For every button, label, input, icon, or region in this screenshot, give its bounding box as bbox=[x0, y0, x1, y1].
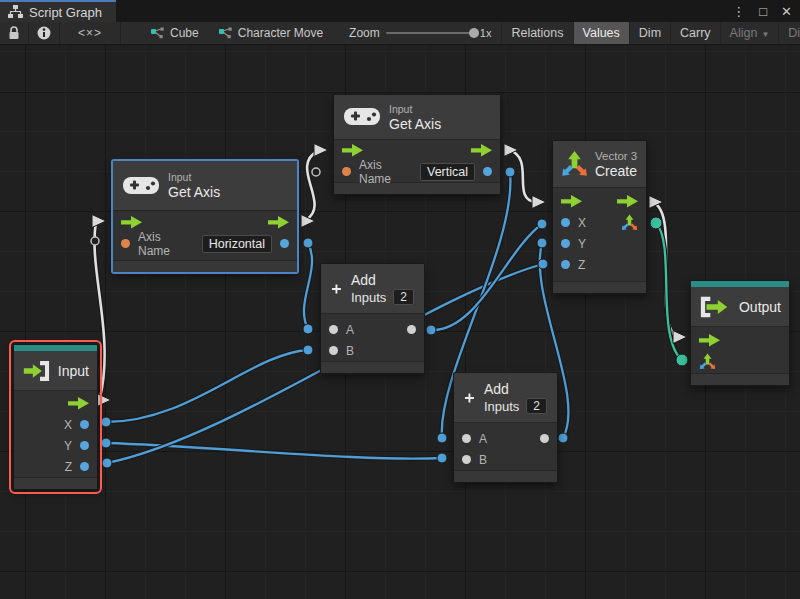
node-add-bottom[interactable]: Add Inputs 2 A B bbox=[453, 372, 558, 483]
gamepad-icon bbox=[344, 107, 380, 127]
node-output-event[interactable]: Output bbox=[690, 280, 790, 386]
values-toggle[interactable]: Values bbox=[573, 22, 629, 44]
z-input-port[interactable] bbox=[561, 260, 570, 269]
data-connection-dot[interactable] bbox=[538, 259, 548, 269]
tab-script-graph[interactable]: Script Graph bbox=[0, 0, 116, 22]
data-connection-dot[interactable] bbox=[303, 345, 313, 355]
control-connection-arrow[interactable] bbox=[92, 215, 106, 228]
axis-name-input-port[interactable] bbox=[121, 239, 130, 248]
data-connection-dot[interactable] bbox=[303, 238, 313, 248]
vector3-output-port[interactable] bbox=[621, 214, 638, 232]
button-label: Carry bbox=[680, 26, 711, 40]
node-title: Output bbox=[739, 299, 781, 315]
data-connection-dot[interactable] bbox=[537, 219, 547, 229]
align-dropdown[interactable]: Align ▼ bbox=[720, 22, 779, 44]
input-b-port[interactable] bbox=[329, 346, 338, 355]
distribute-dropdown[interactable]: Distribute ▼ bbox=[778, 22, 800, 44]
axis-name-field[interactable]: Vertical bbox=[420, 163, 475, 181]
inputs-count-field[interactable]: 2 bbox=[526, 398, 547, 414]
x-input-port[interactable] bbox=[561, 218, 570, 227]
input-a-port[interactable] bbox=[329, 325, 338, 334]
control-connection-arrow[interactable] bbox=[532, 196, 546, 209]
info-icon bbox=[37, 26, 51, 40]
node-category: Vector 3 bbox=[595, 150, 637, 162]
code-view-label: <×> bbox=[78, 26, 102, 40]
input-b-port[interactable] bbox=[462, 455, 471, 464]
data-connection-dot[interactable] bbox=[537, 238, 547, 248]
value-output-port[interactable] bbox=[483, 167, 492, 176]
data-input-x-to-add-b[interactable] bbox=[106, 350, 308, 422]
node-add-top[interactable]: Add Inputs 2 A B bbox=[320, 263, 425, 374]
carry-toggle[interactable]: Carry bbox=[670, 22, 720, 44]
data-connection-dot[interactable] bbox=[426, 325, 436, 335]
dim-toggle[interactable]: Dim bbox=[629, 22, 670, 44]
control-connection-arrow[interactable] bbox=[97, 394, 111, 407]
vector-connection-dot[interactable] bbox=[676, 354, 688, 366]
window-menu-icon[interactable]: ⋮ bbox=[732, 4, 745, 19]
control-input-port[interactable] bbox=[121, 216, 142, 229]
unity-visual-scripting-window: Script Graph ⋮ □ ✕ <×> bbox=[0, 0, 800, 599]
output-event-icon bbox=[699, 295, 731, 319]
unconnected-port-indicator[interactable] bbox=[312, 168, 320, 176]
data-connection-dot[interactable] bbox=[505, 167, 515, 177]
axis-name-field[interactable]: Horizontal bbox=[202, 235, 272, 253]
data-connection-dot[interactable] bbox=[437, 453, 447, 463]
node-vector3-create[interactable]: Vector 3 Create X Y Z bbox=[552, 140, 647, 294]
node-get-axis-horizontal[interactable]: Input Get Axis Axis Name Horizontal bbox=[112, 160, 298, 273]
node-title: Get Axis bbox=[168, 184, 220, 200]
node-title: Create bbox=[595, 163, 637, 179]
data-connection-dot[interactable] bbox=[437, 433, 447, 443]
sum-output-port[interactable] bbox=[407, 325, 416, 334]
x-output-port[interactable] bbox=[80, 420, 89, 429]
control-input-port[interactable] bbox=[342, 144, 363, 157]
button-label: Relations bbox=[511, 26, 563, 40]
breadcrumb-cube[interactable]: Cube bbox=[141, 22, 209, 44]
info-button[interactable] bbox=[29, 22, 60, 44]
vector-connection-dot[interactable] bbox=[650, 217, 662, 229]
vector3-input-port[interactable] bbox=[699, 353, 716, 371]
graph-toolbar: <×> Cube Character Move Zoom bbox=[0, 22, 800, 45]
node-input-event[interactable]: Input X Y Z bbox=[13, 344, 98, 490]
breadcrumb-character-move[interactable]: Character Move bbox=[209, 22, 333, 44]
code-view-toggle[interactable]: <×> bbox=[60, 22, 121, 44]
port-label: X bbox=[64, 418, 72, 432]
value-output-port[interactable] bbox=[280, 239, 289, 248]
zoom-slider-handle[interactable] bbox=[469, 28, 479, 38]
node-get-axis-vertical[interactable]: Input Get Axis Axis Name Vertical bbox=[333, 94, 501, 195]
vector3-icon bbox=[561, 150, 588, 179]
y-input-port[interactable] bbox=[561, 239, 570, 248]
control-output-port[interactable] bbox=[617, 195, 638, 208]
node-title: Add bbox=[351, 272, 414, 288]
node-footer bbox=[321, 361, 424, 373]
lock-button[interactable] bbox=[0, 22, 29, 44]
control-output-port[interactable] bbox=[68, 397, 89, 410]
control-input-port[interactable] bbox=[561, 195, 582, 208]
inputs-count-field[interactable]: 2 bbox=[393, 289, 414, 305]
data-connection-dot[interactable] bbox=[558, 433, 568, 443]
data-connection-dot[interactable] bbox=[101, 438, 111, 448]
z-output-port[interactable] bbox=[80, 462, 89, 471]
unconnected-port-indicator[interactable] bbox=[91, 237, 99, 245]
control-connection-arrow[interactable] bbox=[673, 331, 687, 344]
window-maximize-icon[interactable]: □ bbox=[759, 4, 767, 19]
relations-toggle[interactable]: Relations bbox=[501, 22, 572, 44]
data-input-x-to-add-b-outline bbox=[106, 350, 308, 422]
window-close-icon[interactable]: ✕ bbox=[781, 4, 792, 19]
input-a-port[interactable] bbox=[462, 434, 471, 443]
port-label: B bbox=[479, 453, 487, 467]
data-connection-dot[interactable] bbox=[101, 417, 111, 427]
control-connection-arrow[interactable] bbox=[314, 144, 328, 157]
data-connection-dot[interactable] bbox=[303, 324, 313, 334]
port-label: B bbox=[346, 344, 354, 358]
y-output-port[interactable] bbox=[80, 441, 89, 450]
data-horizontal-value-to-add-a[interactable] bbox=[304, 243, 312, 329]
control-output-port[interactable] bbox=[471, 144, 492, 157]
zoom-slider[interactable] bbox=[386, 32, 474, 34]
axis-name-input-port[interactable] bbox=[342, 167, 351, 176]
data-connection-dot[interactable] bbox=[102, 458, 112, 468]
port-label: A bbox=[479, 432, 487, 446]
control-input-port[interactable] bbox=[699, 334, 720, 347]
control-output-port[interactable] bbox=[268, 216, 289, 229]
button-label: Values bbox=[583, 26, 620, 40]
sum-output-port[interactable] bbox=[540, 434, 549, 443]
